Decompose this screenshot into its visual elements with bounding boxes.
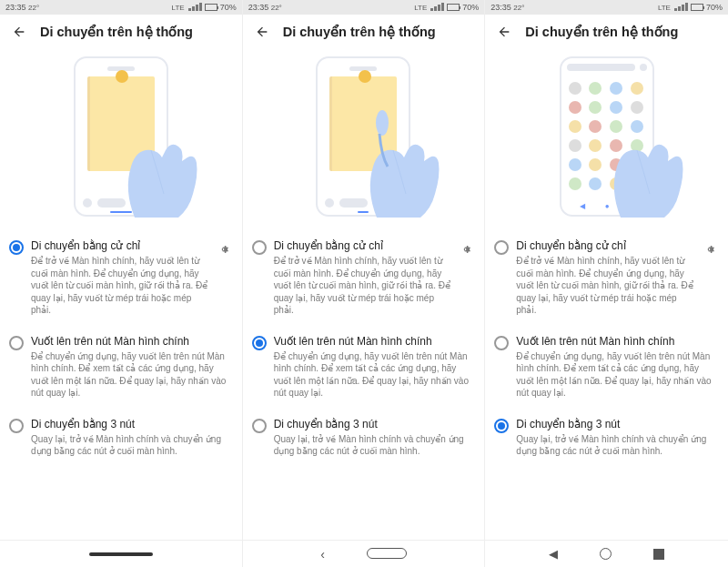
status-time: 23:35 <box>490 3 511 12</box>
status-temp: 22° <box>28 4 39 12</box>
option-swipe[interactable]: Vuốt lên trên nút Màn hình chínhĐể chuyể… <box>247 326 481 409</box>
settings-pane: 23:35 22°LTE70%Di chuyển trên hệ thống◀●… <box>485 0 728 567</box>
option-three[interactable]: Di chuyển bằng 3 nútQuay lại, trở về Màn… <box>247 409 481 467</box>
gear-icon[interactable] <box>703 241 719 258</box>
illustration <box>243 47 485 225</box>
option-desc: Quay lại, trở về Màn hình chính và chuyể… <box>516 433 719 458</box>
option-body: Di chuyển bằng cử chỉĐể trở về Màn hình … <box>516 239 695 317</box>
options-list: Di chuyển bằng cử chỉĐể trở về Màn hình … <box>243 225 485 471</box>
illus-nav-pill <box>358 211 369 213</box>
illus-app-grid <box>567 78 647 194</box>
signal-icon <box>673 3 688 13</box>
radio-gesture[interactable] <box>252 240 267 255</box>
option-desc: Để chuyển ứng dụng, hãy vuốt lên trên nú… <box>274 350 476 400</box>
option-gesture[interactable]: Di chuyển bằng cử chỉĐể trở về Màn hình … <box>247 230 481 326</box>
status-time: 23:35 <box>248 3 269 12</box>
status-battery: 70% <box>462 3 479 12</box>
option-title: Di chuyển bằng 3 nút <box>31 418 233 430</box>
status-battery: 70% <box>706 3 723 12</box>
option-body: Vuốt lên trên nút Màn hình chínhĐể chuyể… <box>31 335 233 400</box>
page-title: Di chuyển trên hệ thống <box>40 25 193 39</box>
option-desc: Quay lại, trở về Màn hình chính và chuyể… <box>31 433 233 458</box>
signal-icon <box>187 3 202 13</box>
settings-pane: 23:35 22°LTE70%Di chuyển trên hệ thốngDi… <box>243 0 486 567</box>
illus-note-card <box>329 76 397 171</box>
battery-icon <box>691 4 703 11</box>
illus-phone <box>316 56 410 217</box>
radio-three[interactable] <box>252 419 267 433</box>
system-nav-bar[interactable]: ◀ <box>485 540 728 567</box>
option-body: Vuốt lên trên nút Màn hình chínhĐể chuyể… <box>516 335 719 400</box>
option-title: Di chuyển bằng cử chỉ <box>516 239 695 252</box>
radio-three[interactable] <box>494 419 509 433</box>
status-battery: 70% <box>220 3 237 12</box>
system-nav-bar[interactable]: ‹ <box>243 540 485 567</box>
gear-icon[interactable] <box>217 241 233 258</box>
option-three[interactable]: Di chuyển bằng 3 nútQuay lại, trở về Màn… <box>489 409 724 467</box>
illustration: ◀●■ <box>485 47 728 225</box>
back-button[interactable] <box>254 24 270 40</box>
settings-pane: 23:35 22°LTE70%Di chuyển trên hệ thốngDi… <box>0 0 243 567</box>
battery-icon <box>205 4 217 11</box>
option-desc: Để chuyển ứng dụng, hãy vuốt lên trên nú… <box>516 350 719 400</box>
option-body: Di chuyển bằng 3 nútQuay lại, trở về Màn… <box>31 418 233 458</box>
option-title: Vuốt lên trên nút Màn hình chính <box>274 335 476 348</box>
status-bar: 23:35 22°LTE70% <box>485 0 728 15</box>
option-desc: Để trở về Màn hình chính, hãy vuốt lên t… <box>516 255 695 317</box>
option-gesture[interactable]: Di chuyển bằng cử chỉĐể trở về Màn hình … <box>489 230 724 326</box>
radio-gesture[interactable] <box>9 240 24 255</box>
options-list: Di chuyển bằng cử chỉĐể trở về Màn hình … <box>0 225 242 471</box>
battery-icon <box>447 4 460 11</box>
option-desc: Quay lại, trở về Màn hình chính và chuyể… <box>274 433 476 458</box>
option-desc: Để trở về Màn hình chính, hãy vuốt lên t… <box>31 255 209 317</box>
option-title: Vuốt lên trên nút Màn hình chính <box>31 335 233 348</box>
nav-pill[interactable] <box>89 552 153 556</box>
app-header: Di chuyển trên hệ thống <box>485 15 728 47</box>
option-swipe[interactable]: Vuốt lên trên nút Màn hình chínhĐể chuyể… <box>4 326 238 409</box>
status-net: LTE <box>658 4 671 12</box>
page-title: Di chuyển trên hệ thống <box>283 25 436 39</box>
nav-home-pill[interactable] <box>367 548 407 561</box>
option-body: Di chuyển bằng 3 nútQuay lại, trở về Màn… <box>274 418 476 458</box>
radio-swipe[interactable] <box>252 336 267 350</box>
nav-home-icon[interactable] <box>600 548 612 560</box>
option-body: Di chuyển bằng 3 nútQuay lại, trở về Màn… <box>516 418 719 458</box>
option-title: Di chuyển bằng cử chỉ <box>274 239 452 252</box>
option-gesture[interactable]: Di chuyển bằng cử chỉĐể trở về Màn hình … <box>4 230 238 326</box>
nav-recents-icon[interactable] <box>653 549 664 560</box>
status-net: LTE <box>172 4 185 12</box>
status-bar: 23:35 22°LTE70% <box>243 0 485 15</box>
option-body: Di chuyển bằng cử chỉĐể trở về Màn hình … <box>31 239 209 317</box>
nav-back-icon[interactable]: ‹ <box>320 547 325 562</box>
options-list: Di chuyển bằng cử chỉĐể trở về Màn hình … <box>485 225 728 471</box>
illus-note-card <box>87 76 155 171</box>
illus-phone: ◀●■ <box>560 56 654 217</box>
back-button[interactable] <box>11 24 27 40</box>
status-bar: 23:35 22°LTE70% <box>0 0 242 15</box>
radio-gesture[interactable] <box>494 240 509 255</box>
signal-icon <box>430 3 444 13</box>
option-swipe[interactable]: Vuốt lên trên nút Màn hình chínhĐể chuyể… <box>489 326 724 409</box>
page-title: Di chuyển trên hệ thống <box>525 25 678 39</box>
back-button[interactable] <box>496 24 512 40</box>
app-header: Di chuyển trên hệ thống <box>0 15 242 47</box>
radio-swipe[interactable] <box>9 336 24 350</box>
illus-three-button-nav: ◀●■ <box>571 202 643 210</box>
illus-nav-pill <box>110 211 132 213</box>
status-time: 23:35 <box>5 3 26 12</box>
option-title: Vuốt lên trên nút Màn hình chính <box>516 335 719 348</box>
option-title: Di chuyển bằng 3 nút <box>274 418 476 430</box>
illus-phone <box>74 56 168 217</box>
status-net: LTE <box>414 4 427 12</box>
system-nav-bar[interactable] <box>0 540 242 567</box>
option-body: Vuốt lên trên nút Màn hình chínhĐể chuyể… <box>274 335 476 400</box>
nav-back-icon[interactable]: ◀ <box>549 547 558 561</box>
option-desc: Để trở về Màn hình chính, hãy vuốt lên t… <box>274 255 452 317</box>
option-desc: Để chuyển ứng dụng, hãy vuốt lên trên nú… <box>31 350 233 400</box>
option-title: Di chuyển bằng cử chỉ <box>31 239 209 252</box>
option-three[interactable]: Di chuyển bằng 3 nútQuay lại, trở về Màn… <box>4 409 238 467</box>
radio-three[interactable] <box>9 419 24 433</box>
radio-swipe[interactable] <box>494 336 509 350</box>
gear-icon[interactable] <box>459 241 475 258</box>
option-body: Di chuyển bằng cử chỉĐể trở về Màn hình … <box>274 239 452 317</box>
